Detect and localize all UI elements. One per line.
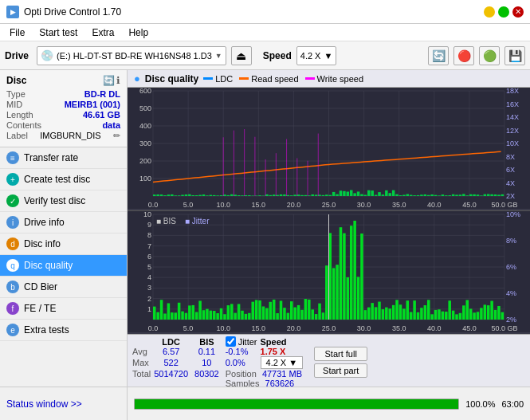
- chart-legend: LDC Read speed Write speed: [203, 74, 363, 84]
- progress-bar: [134, 398, 459, 410]
- window-controls: ✕: [484, 6, 524, 18]
- speed-val: 1.75 X: [261, 347, 304, 356]
- toolbar-btn-1[interactable]: 🔄: [428, 46, 449, 65]
- disc-type-label: Type: [6, 89, 26, 99]
- top-chart-canvas: [128, 88, 530, 209]
- speed-select-stats[interactable]: 4.2 X ▼: [261, 356, 304, 369]
- sidebar-item-disc-info[interactable]: d Disc info: [0, 234, 127, 255]
- maximize-button[interactable]: [498, 6, 509, 18]
- sidebar-item-verify-test-disc[interactable]: ✓ Verify test disc: [0, 190, 127, 212]
- stats-position-cell: Position 47731 MB: [226, 369, 303, 379]
- legend-write-color: [305, 77, 315, 80]
- drive-selector[interactable]: 💿 (E:) HL-DT-ST BD-RE WH16NS48 1.D3 ▼: [37, 46, 226, 65]
- verify-test-disc-icon: ✓: [6, 194, 19, 207]
- fe-te-icon: f: [6, 302, 19, 315]
- jitter-label: Jitter: [238, 337, 257, 347]
- sidebar-label-transfer-rate: Transfer rate: [24, 152, 78, 163]
- sidebar-item-drive-info[interactable]: i Drive info: [0, 212, 127, 234]
- stats-table: LDC BIS Jitter Speed Avg 6.57 0.11 -0.1%: [132, 336, 303, 387]
- disc-length-label: Length: [6, 110, 33, 120]
- disc-quality-header: ● Disc quality LDC Read speed Write spee…: [128, 70, 530, 88]
- speed-selector[interactable]: 4.2 X ▼: [296, 46, 337, 65]
- speed-select-arrow: ▼: [289, 358, 297, 367]
- disc-type-row: Type BD-R DL: [6, 89, 120, 99]
- charts-split: [128, 88, 530, 334]
- stats-empty-cell: [132, 336, 154, 347]
- legend-ldc-color: [203, 77, 213, 80]
- sidebar-item-fe-te[interactable]: f FE / TE: [0, 298, 127, 320]
- disc-panel: Disc 🔄 ℹ Type BD-R DL MID MEIRB1 (001) L…: [0, 70, 127, 147]
- sidebar-item-create-test-disc[interactable]: + Create test disc: [0, 169, 127, 190]
- speed-dropdown-arrow: ▼: [324, 51, 332, 61]
- toolbar-btn-save[interactable]: 💾: [504, 46, 525, 65]
- sidebar-label-extra-tests: Extra tests: [24, 324, 69, 336]
- toolbar-btn-2[interactable]: 🔴: [453, 46, 474, 65]
- stats-samples-cell: Samples 763626: [226, 379, 303, 387]
- disc-icon-info[interactable]: ℹ: [116, 75, 120, 86]
- drive-select-value: (E:) HL-DT-ST BD-RE WH16NS48 1.D3: [57, 51, 212, 61]
- total-label: Total: [132, 369, 154, 379]
- sidebar: Disc 🔄 ℹ Type BD-R DL MID MEIRB1 (001) L…: [0, 70, 128, 387]
- time-text: 63:00: [501, 399, 524, 409]
- disc-icon-refresh[interactable]: 🔄: [103, 75, 115, 86]
- disc-length-value: 46.61 GB: [83, 110, 120, 120]
- stats-ldc-header: LDC: [154, 336, 194, 347]
- start-buttons: Start full Start part: [311, 345, 371, 379]
- disc-panel-title: Disc: [6, 75, 26, 86]
- legend-ldc-label: LDC: [215, 74, 233, 84]
- status-right: 100.0% 63:00: [128, 387, 530, 420]
- disc-info-icon: d: [6, 237, 19, 250]
- drive-info-icon: i: [6, 216, 19, 229]
- position-label: Position: [226, 369, 257, 379]
- toolbar-btn-3[interactable]: 🟢: [479, 46, 500, 65]
- sidebar-item-disc-quality[interactable]: q Disc quality: [0, 255, 127, 277]
- disc-mid-row: MID MEIRB1 (001): [6, 100, 120, 109]
- jitter-checkbox-cell[interactable]: Jitter: [226, 336, 261, 347]
- sidebar-item-extra-tests[interactable]: e Extra tests: [0, 320, 127, 341]
- create-test-disc-icon: +: [6, 173, 19, 186]
- jitter-avg: -0.1%: [226, 347, 261, 356]
- start-full-button[interactable]: Start full: [314, 347, 367, 361]
- sidebar-label-cd-bier: CD Bier: [24, 281, 57, 292]
- menubar: File Start test Extra Help: [0, 24, 530, 41]
- disc-panel-icons: 🔄 ℹ: [103, 75, 120, 86]
- disc-label-value: IMGBURN_DIS: [40, 131, 100, 141]
- start-part-button[interactable]: Start part: [314, 363, 367, 378]
- status-window-link[interactable]: Status window >>: [6, 398, 82, 410]
- bis-max: 10: [194, 356, 226, 369]
- menu-help[interactable]: Help: [122, 26, 155, 40]
- legend-read-speed: Read speed: [239, 74, 298, 84]
- extra-tests-icon: e: [6, 324, 19, 336]
- minimize-button[interactable]: [484, 6, 495, 18]
- disc-quality-title: Disc quality: [145, 73, 198, 84]
- disc-contents-value: data: [102, 120, 120, 130]
- menu-start-test[interactable]: Start test: [33, 26, 84, 40]
- stats-speed-header: Speed: [261, 336, 304, 347]
- eject-button[interactable]: ⏏: [231, 46, 252, 65]
- bottom-chart: [128, 211, 530, 334]
- progress-bar-fill: [135, 399, 458, 409]
- menu-file[interactable]: File: [3, 26, 31, 40]
- jitter-checkbox[interactable]: [226, 336, 236, 347]
- sidebar-label-drive-info: Drive info: [24, 217, 65, 228]
- disc-type-value: BD-R DL: [84, 89, 120, 99]
- speed-select-val: 4.2 X: [266, 358, 287, 367]
- drive-dropdown-arrow: ▼: [215, 52, 222, 60]
- stats-bar: LDC BIS Jitter Speed Avg 6.57 0.11 -0.1%: [128, 334, 530, 387]
- menu-extra[interactable]: Extra: [85, 26, 120, 40]
- close-button[interactable]: ✕: [512, 6, 524, 18]
- sidebar-label-disc-info: Disc info: [24, 238, 61, 249]
- sidebar-item-cd-bier[interactable]: b CD Bier: [0, 277, 127, 298]
- toolbar: Drive 💿 (E:) HL-DT-ST BD-RE WH16NS48 1.D…: [0, 41, 530, 70]
- disc-quality-icon-header: ●: [134, 73, 140, 84]
- sidebar-item-transfer-rate[interactable]: ≡ Transfer rate: [0, 147, 127, 169]
- disc-quality-icon: q: [6, 259, 19, 272]
- disc-label-edit-icon[interactable]: ✏: [113, 131, 120, 141]
- legend-read-color: [239, 77, 249, 80]
- progress-text: 100.0%: [465, 399, 495, 409]
- stats-empty-row: [132, 379, 226, 387]
- position-val: 47731 MB: [262, 369, 302, 379]
- bis-avg: 0.11: [194, 347, 226, 356]
- avg-label: Avg: [132, 347, 154, 356]
- disc-label-row: Label IMGBURN_DIS ✏: [6, 131, 120, 141]
